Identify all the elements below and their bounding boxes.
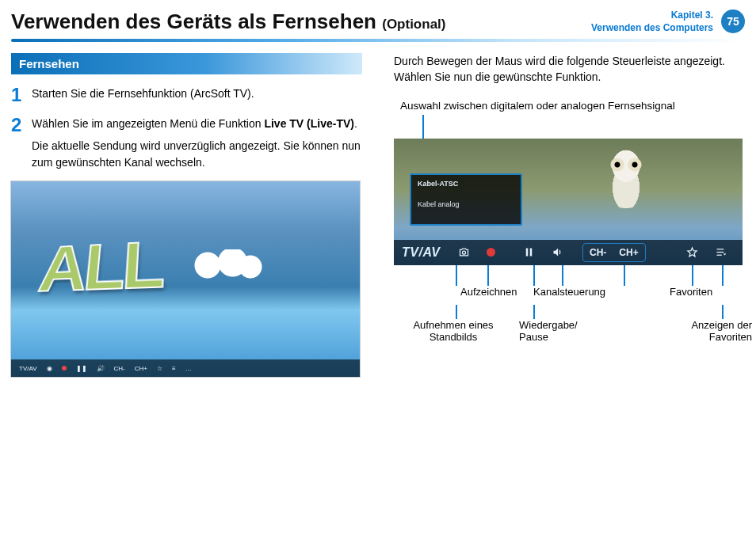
step-2: 2 Wählen Sie im angezeigten Menü die Fun… — [11, 116, 362, 170]
page-title: Verwenden des Geräts als Fernsehen (Opti… — [11, 10, 591, 34]
label-wiedergabe: Wiedergabe/ Pause — [519, 319, 590, 344]
figure1-control-bar: TV/AV ◉ ❚❚ 🔊 CH- CH+ ☆ ≡ … — [11, 359, 360, 377]
snapshot-icon[interactable] — [449, 246, 478, 258]
list-icon: ≡ — [172, 365, 176, 372]
label-kanalsteuerung: Kanalsteuerung — [533, 286, 605, 298]
svg-rect-5 — [716, 255, 721, 256]
svg-rect-4 — [716, 252, 724, 253]
connector-row-2 — [394, 305, 743, 319]
chapter-line1: Kapitel 3. — [591, 10, 713, 22]
svg-point-0 — [462, 251, 465, 254]
step-subtext: Die aktuelle Sendung wird unverzüglich a… — [32, 138, 362, 170]
ch-plus-button[interactable]: CH+ — [613, 247, 644, 258]
label-favoriten: Favoriten — [670, 286, 712, 298]
pause-icon[interactable] — [514, 246, 543, 258]
chapter-line2: Verwenden des Computers — [591, 22, 713, 35]
record-icon — [62, 366, 67, 371]
right-column: Durch Bewegen der Maus wird die folgende… — [394, 53, 745, 377]
record-icon[interactable] — [478, 248, 503, 257]
camera-icon: ◉ — [47, 365, 52, 372]
connector-line — [422, 115, 424, 139]
more-icon: … — [185, 365, 192, 372]
ch-plus-label: CH+ — [135, 365, 147, 372]
title-optional: (Optional) — [382, 17, 445, 32]
control-bar: TV/AV CH- CH+ — [394, 240, 743, 265]
svg-rect-1 — [525, 249, 528, 257]
menu-item-atsc: Kabel-ATSC — [418, 180, 514, 188]
label-aufzeichnen: Aufzeichnen — [460, 286, 517, 298]
step-1: 1 Starten Sie die Fernsehfunktion (ArcSo… — [11, 86, 362, 105]
step-number: 1 — [11, 86, 32, 105]
clouds-decoration — [193, 249, 265, 281]
ch-minus-button[interactable]: CH- — [583, 247, 613, 258]
labels-row-1: Aufzeichnen Kanalsteuerung Favoriten — [394, 286, 756, 305]
signal-menu: Kabel-ATSC Kabel analog — [410, 173, 522, 226]
chapter-info: Kapitel 3. Verwenden des Computers — [591, 10, 713, 34]
figure-letters: ALL — [35, 227, 163, 307]
figure2-image: Kabel-ATSC Kabel analog TV/AV — [394, 139, 743, 265]
signal-select-label: Auswahl zwischen digitalem oder analogen… — [400, 100, 743, 112]
label-anzeigen: Anzeigen der Favoriten — [673, 319, 752, 344]
right-intro-text: Durch Bewegen der Maus wird die folgende… — [394, 53, 745, 86]
pause-icon: ❚❚ — [76, 365, 87, 372]
volume-icon: 🔊 — [97, 365, 105, 372]
step-text-bold: Live TV (Live-TV) — [264, 117, 354, 130]
page-number-badge: 75 — [721, 10, 745, 33]
svg-rect-3 — [716, 249, 724, 249]
section-heading: Fernsehen — [11, 53, 362, 74]
left-column: Fernsehen 1 Starten Sie die Fernsehfunkt… — [11, 53, 362, 377]
svg-rect-2 — [529, 249, 532, 257]
figure-control-bar-detail: Auswahl zwischen digitalem oder analogen… — [394, 100, 743, 351]
title-main: Verwenden des Geräts als Fernsehen — [11, 10, 376, 33]
tvav-label: TV/AV — [19, 365, 37, 372]
step-text-post: . — [354, 117, 357, 130]
label-standbild: Aufnehmen eines Standbilds — [402, 319, 505, 344]
connector-row-1 — [394, 265, 743, 286]
favorites-list-icon[interactable] — [706, 246, 735, 258]
step-text-pre: Wählen Sie im angezeigten Menü die Funkt… — [32, 117, 264, 130]
figure-tv-overview: ALL TV/AV ◉ ❚❚ 🔊 CH- CH+ ☆ ≡ … — [11, 181, 360, 377]
page-number: 75 — [727, 15, 739, 28]
page-header: Verwenden des Geräts als Fernsehen (Opti… — [0, 0, 756, 39]
labels-row-2: Aufnehmen eines Standbilds Wiedergabe/ P… — [394, 319, 756, 351]
tvav-button[interactable]: TV/AV — [402, 245, 449, 260]
channel-group: CH- CH+ — [582, 243, 646, 262]
star-icon: ☆ — [157, 365, 162, 372]
favorite-star-icon[interactable] — [678, 246, 706, 258]
step-text: Wählen Sie im angezeigten Menü die Funkt… — [32, 116, 362, 170]
step-text: Starten Sie die Fernsehfunktion (ArcSoft… — [32, 86, 254, 105]
header-divider — [11, 39, 745, 42]
step-number: 2 — [11, 116, 32, 170]
ch-minus-label: CH- — [114, 365, 125, 372]
owl-decoration — [601, 143, 651, 208]
volume-icon[interactable] — [543, 246, 571, 258]
menu-item-analog: Kabel analog — [418, 200, 514, 208]
